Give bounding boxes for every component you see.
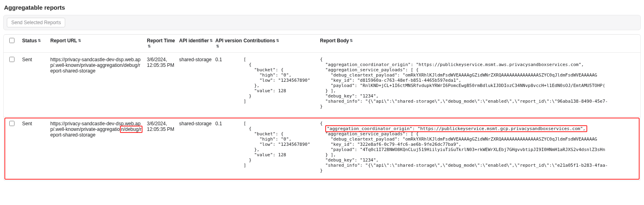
- cell-url: https://privacy-sandcastle-dev-dsp.web.a…: [50, 57, 147, 74]
- cell-time: 3/6/2024, 12:05:35 PM: [147, 121, 179, 132]
- page-title: Aggregatable reports: [4, 4, 641, 11]
- table-row: Sent https://privacy-sandcastle-dev-dsp.…: [4, 116, 640, 180]
- row-checkbox[interactable]: [9, 121, 14, 126]
- col-time[interactable]: Report Time⇅: [147, 38, 179, 49]
- sort-icon: ⇅: [38, 39, 41, 43]
- col-contrib[interactable]: Contributions⇅: [244, 38, 320, 43]
- col-url[interactable]: Report URL⇅: [50, 38, 147, 43]
- cell-contrib: [ { "bucket": { "high": "0", "low": "123…: [244, 121, 320, 168]
- table-header: Status⇅ Report URL⇅ Report Time⇅ API ide…: [4, 35, 640, 53]
- cell-contrib: [ { "bucket": { "high": "0", "low": "123…: [244, 57, 320, 104]
- sort-icon: ⇅: [210, 39, 213, 43]
- row-checkbox[interactable]: [9, 57, 14, 62]
- select-all-checkbox[interactable]: [9, 38, 14, 43]
- cell-api: shared-storage: [179, 57, 215, 62]
- col-api[interactable]: API identifier⇅: [179, 38, 215, 43]
- col-body[interactable]: Report Body⇅: [320, 38, 637, 43]
- table-row: Sent https://privacy-sandcastle-dev-dsp.…: [4, 53, 640, 116]
- cell-ver: 0.1: [215, 57, 244, 62]
- cell-url: https://privacy-sandcastle-dev-dsp.web.a…: [50, 121, 147, 138]
- cell-time: 3/6/2024, 12:05:35 PM: [147, 57, 179, 68]
- toolbar: Send Selected Reports: [3, 15, 641, 30]
- cell-body: { "aggregation_coordinator_origin": "htt…: [320, 57, 637, 109]
- sort-icon: ⇅: [276, 39, 279, 43]
- sort-icon: ⇅: [350, 39, 353, 43]
- highlight-box: n/debug/r: [120, 126, 143, 133]
- reports-table: Status⇅ Report URL⇅ Report Time⇅ API ide…: [3, 34, 641, 181]
- sort-icon: ⇅: [148, 44, 151, 48]
- cell-status: Sent: [22, 57, 50, 62]
- send-selected-button[interactable]: Send Selected Reports: [7, 18, 65, 27]
- cell-body: { "aggregation_coordinator_origin": "htt…: [320, 121, 637, 173]
- sort-icon: ⇅: [78, 39, 81, 43]
- cell-api: shared-storage: [179, 121, 215, 126]
- cell-status: Sent: [22, 121, 50, 126]
- sort-icon: ⇅: [216, 44, 219, 48]
- cell-ver: 0.1: [215, 121, 244, 126]
- col-ver[interactable]: API version⇅: [215, 38, 244, 49]
- col-status[interactable]: Status⇅: [22, 38, 50, 43]
